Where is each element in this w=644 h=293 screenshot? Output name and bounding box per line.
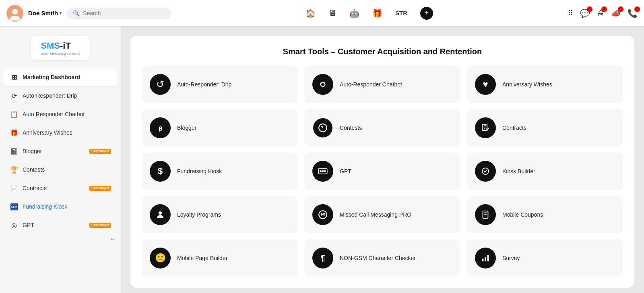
svg-point-14 (322, 170, 323, 172)
tool-auto-responder-chatbot[interactable]: Auto-Responder Chatbot (304, 66, 460, 103)
print-badge (601, 6, 607, 12)
tool-missed-call-messaging-pro[interactable]: Missed Call Messaging PRO (304, 196, 460, 233)
sidebar-item-label: Contracts (23, 185, 47, 191)
svg-point-5 (324, 82, 325, 84)
tool-anniversary-wishes[interactable]: ♥ Anniversary Wishes (467, 66, 623, 103)
blogger-badge: UPCOMING (89, 149, 111, 154)
main-layout: SMS-iT Smart Messaging Solutions ⊞ Marke… (0, 26, 644, 293)
home-icon[interactable]: 🏠 (305, 8, 316, 18)
monitor-icon[interactable]: 🖥 (328, 8, 336, 18)
tool-gpt[interactable]: GPT (304, 153, 460, 190)
tool-fundraising-kiosk[interactable]: $ Fundraising Kiosk (142, 153, 298, 190)
tool-survey[interactable]: Survey (467, 240, 623, 277)
tool-non-gsm-checker[interactable]: ¶ NON-GSM Character Checker (304, 240, 460, 277)
sidebar-item-contests[interactable]: 🏆 Contests (3, 161, 118, 178)
tool-loyalty-programs[interactable]: Loyalty Programs (142, 196, 298, 233)
non-gsm-checker-icon: ¶ (312, 248, 333, 268)
bell-badge (618, 6, 623, 12)
search-icon: 🔍 (73, 10, 80, 16)
contracts-icon (475, 117, 496, 138)
grid-icon[interactable]: ⠿ (568, 8, 574, 18)
tool-label: Loyalty Programs (177, 211, 221, 218)
sidebar-logo: SMS-iT Smart Messaging Solutions (0, 33, 121, 68)
sidebar-item-label: Auto-Responder: Drip (23, 92, 77, 99)
svg-point-15 (324, 170, 326, 172)
gpt-icon (312, 161, 333, 182)
tools-grid: ↺ Auto-Responder: Drip Auto-Responder Ch… (142, 66, 623, 277)
svg-rect-26 (487, 255, 489, 262)
tool-label: Kiosk Builder (502, 168, 535, 174)
robot-icon[interactable]: 🤖 (349, 8, 359, 18)
tool-label: GPT (340, 168, 351, 174)
nav-right-actions: ⠿ 💬 🖨 📣 📞 (568, 8, 638, 18)
print-icon[interactable]: 🖨 (597, 8, 605, 18)
gift-icon[interactable]: 🎁 (372, 8, 382, 18)
sidebar-item-label: Fundraising Kiosk (23, 203, 67, 210)
chat-badge (587, 6, 592, 12)
tool-contracts[interactable]: Contracts (467, 109, 623, 146)
anniversary-wishes-icon: ♥ (475, 74, 496, 95)
survey-icon (475, 248, 496, 268)
tool-label: Auto-Responder Chatbot (340, 81, 402, 88)
blogger-icon: 📓 (10, 147, 19, 156)
auto-responder-chatbot-icon (312, 74, 333, 95)
loyalty-programs-icon (150, 204, 171, 225)
tool-label: Survey (502, 255, 520, 261)
tool-contests[interactable]: ? Contests (304, 109, 460, 146)
sidebar-item-anniversary-wishes[interactable]: 🎁 Anniversary Wishes (3, 124, 118, 141)
tool-mobile-coupons[interactable]: Mobile Coupons (467, 196, 623, 233)
tool-kiosk-builder[interactable]: Kiosk Builder (467, 153, 623, 190)
sidebar-item-fundraising-kiosk[interactable]: 🏧 Fundraising Kiosk (3, 198, 118, 215)
svg-point-17 (159, 211, 162, 215)
sidebar-item-label: Marketing Dashboard (23, 74, 80, 80)
sidebar-item-blogger[interactable]: 📓 Blogger UPCOMING (3, 142, 118, 160)
scroll-hint-icon: ↤ (110, 236, 114, 242)
tool-blogger[interactable]: ᵦ Blogger (142, 109, 298, 146)
tool-label: NON-GSM Character Checker (340, 255, 416, 261)
tools-card: Smart Tools – Customer Acquisition and R… (130, 36, 634, 288)
plus-button[interactable]: + (420, 7, 433, 20)
svg-point-13 (320, 170, 321, 172)
sidebar: SMS-iT Smart Messaging Solutions ⊞ Marke… (0, 26, 121, 293)
gpt-icon: ◎ (10, 221, 19, 229)
missed-call-messaging-pro-icon (312, 204, 333, 225)
logo-text: SMS-iT (41, 41, 80, 51)
search-box[interactable]: 🔍 (66, 8, 171, 19)
chat-icon[interactable]: 💬 (580, 8, 590, 18)
str-label[interactable]: STR (395, 10, 407, 16)
tool-label: Fundraising Kiosk (177, 168, 222, 174)
sidebar-item-marketing-dashboard[interactable]: ⊞ Marketing Dashboard (3, 68, 118, 86)
sidebar-item-gpt[interactable]: ◎ GPT UPCOMING (3, 216, 118, 234)
chatbot-icon: 📋 (10, 110, 19, 119)
contests-icon: 🏆 (10, 165, 19, 174)
contracts-badge: UPCOMING (89, 186, 111, 191)
svg-point-4 (320, 82, 322, 84)
tool-label: Contests (340, 125, 362, 131)
svg-point-20 (324, 213, 324, 214)
phone-icon[interactable]: 📞 (627, 8, 638, 18)
scroll-hint: ↤ (0, 235, 121, 244)
auto-responder-drip-icon: ↺ (150, 74, 171, 95)
top-navigation: Doe Smith ▾ 🔍 🏠 🖥 🤖 🎁 STR + ⠿ 💬 🖨 📣 📞 (0, 0, 644, 26)
anniversary-icon: 🎁 (10, 128, 19, 137)
tool-label: Auto-Responder: Drip (177, 81, 231, 88)
tool-mobile-page-builder[interactable]: 🙂 Mobile Page Builder (142, 240, 298, 277)
sidebar-item-label: GPT (23, 222, 34, 228)
sidebar-item-label: Blogger (23, 148, 42, 154)
sidebar-item-contracts[interactable]: 📄 Contracts UPCOMING (3, 179, 118, 197)
svg-text:?: ? (321, 125, 324, 131)
bell-icon[interactable]: 📣 (611, 8, 621, 18)
search-input[interactable] (83, 10, 163, 16)
user-menu[interactable]: Doe Smith ▾ (28, 10, 62, 16)
tool-label: Blogger (177, 125, 196, 131)
sidebar-item-auto-responder-drip[interactable]: ⟳ Auto-Responder: Drip (3, 87, 118, 104)
mobile-coupons-icon (475, 204, 496, 225)
sidebar-nav: ⊞ Marketing Dashboard ⟳ Auto-Responder: … (0, 68, 121, 234)
page-title: Smart Tools – Customer Acquisition and R… (142, 47, 623, 56)
tool-auto-responder-drip[interactable]: ↺ Auto-Responder: Drip (142, 66, 298, 103)
sidebar-item-auto-responder-chatbot[interactable]: 📋 Auto Responder Chatbot (3, 105, 118, 123)
sidebar-item-label: Anniversary Wishes (23, 129, 72, 136)
sidebar-item-label: Auto Responder Chatbot (23, 111, 85, 117)
chevron-down-icon: ▾ (60, 11, 62, 15)
kiosk-builder-icon (475, 161, 496, 182)
